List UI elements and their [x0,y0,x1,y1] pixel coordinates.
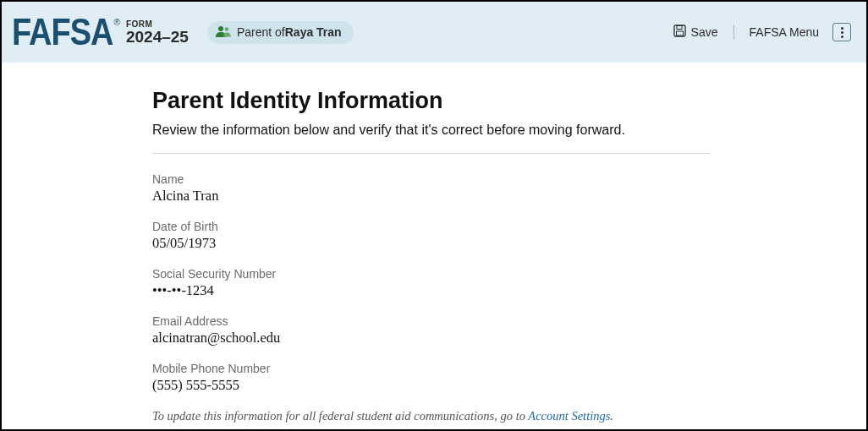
save-label: Save [691,25,718,39]
svg-rect-4 [676,31,683,35]
logo-text: FAFSA [12,14,113,51]
save-button[interactable]: Save [673,25,728,40]
role-prefix: Parent of [237,25,285,39]
field-ssn: Social Security Number •••-••-1234 [152,267,711,299]
year-label: 2024–25 [126,29,189,46]
label-ssn: Social Security Number [152,267,711,281]
label-name: Name [152,172,711,186]
footer-note: To update this information for all feder… [152,409,711,423]
divider [733,25,734,40]
value-email: alcinatran@school.edu [152,330,711,346]
header-actions: Save FAFSA Menu [673,23,851,41]
page-subtitle: Review the information below and verify … [152,123,711,154]
label-dob: Date of Birth [152,220,711,233]
field-phone: Mobile Phone Number (555) 555-5555 [152,362,711,394]
field-name: Name Alcina Tran [152,172,711,205]
label-phone: Mobile Phone Number [152,362,711,375]
svg-point-1 [225,27,229,31]
fafsa-menu-button[interactable]: FAFSA Menu [739,25,824,39]
kebab-menu-button[interactable] [832,23,851,41]
svg-point-0 [218,26,223,31]
student-name: Raya Tran [285,25,342,39]
label-email: Email Address [152,314,711,328]
footer-suffix: . [610,409,613,423]
page-title: Parent Identity Information [152,88,711,114]
value-phone: (555) 555-5555 [152,377,711,394]
app-header: FAFSA ® FORM 2024–25 Parent of Raya Tran [2,2,866,63]
main-content: Parent Identity Information Review the i… [152,63,711,423]
role-pill: Parent of Raya Tran [207,21,354,44]
people-icon [216,25,231,40]
field-dob: Date of Birth 05/05/1973 [152,220,711,252]
value-ssn: •••-••-1234 [152,282,711,299]
save-icon [673,25,686,40]
registered-mark: ® [114,18,120,27]
value-dob: 05/05/1973 [152,235,711,252]
footer-prefix: To update this information for all feder… [152,409,528,423]
field-email: Email Address alcinatran@school.edu [152,314,711,346]
account-settings-link[interactable]: Account Settings [528,409,610,423]
logo-block: FAFSA ® FORM 2024–25 [12,16,189,48]
svg-rect-3 [677,26,682,30]
value-name: Alcina Tran [152,188,711,205]
form-year-block: FORM 2024–25 [126,19,189,46]
